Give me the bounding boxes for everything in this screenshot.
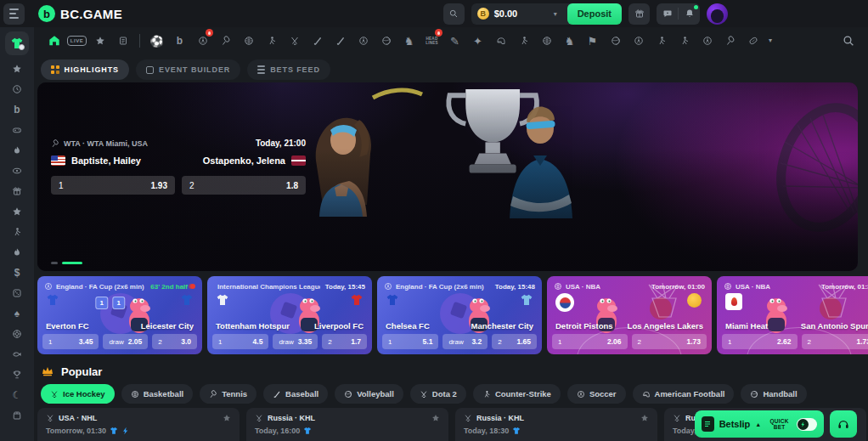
nav-favorites[interactable] bbox=[90, 31, 110, 50]
nav-cricket[interactable] bbox=[353, 31, 373, 50]
nav-basketball-shots[interactable] bbox=[537, 31, 556, 50]
betslip-bar[interactable]: Betslip ▲ QUICK BET bbox=[695, 410, 824, 438]
odd-away[interactable]: 21.65 bbox=[492, 334, 537, 349]
tab-bets-feed[interactable]: BETS FEED bbox=[247, 59, 330, 80]
sidebar-item-night-mode[interactable]: ☾ bbox=[10, 388, 24, 402]
search-button[interactable] bbox=[443, 3, 465, 25]
deposit-button[interactable]: Deposit bbox=[567, 3, 622, 25]
nav-american-football[interactable] bbox=[491, 31, 510, 50]
match-card-pistons-lakers[interactable]: USA · NBA Tomorrow, 01:00 Detroit Piston… bbox=[547, 276, 712, 354]
nav-baseball[interactable] bbox=[330, 31, 350, 50]
nav-search[interactable] bbox=[838, 31, 858, 50]
odd-draw[interactable]: draw3.35 bbox=[273, 334, 318, 349]
odd-away[interactable]: 23.0 bbox=[152, 334, 197, 349]
banner-odd-1[interactable]: 11.93 bbox=[51, 176, 175, 195]
odd-home[interactable]: 13.45 bbox=[42, 334, 99, 349]
favorite-star-icon[interactable] bbox=[640, 414, 649, 422]
chip-basketball[interactable]: Basketball bbox=[121, 384, 194, 404]
chip-american-football[interactable]: American Football bbox=[633, 384, 735, 404]
nav-mma[interactable] bbox=[651, 31, 671, 50]
sidebar-item-fishing[interactable] bbox=[10, 348, 24, 361]
odd-draw[interactable]: draw2.05 bbox=[103, 334, 148, 349]
nav-tennis[interactable] bbox=[216, 31, 235, 50]
sidebar-item-dice[interactable] bbox=[10, 286, 24, 300]
nav-chess[interactable]: ♞ bbox=[560, 31, 579, 50]
nav-live[interactable]: LIVE bbox=[67, 31, 87, 50]
sidebar-item-bonuses[interactable] bbox=[10, 184, 24, 198]
favorite-star-icon[interactable] bbox=[223, 414, 231, 422]
odd-home[interactable]: 14.5 bbox=[212, 334, 268, 349]
sidebar-item-promotions[interactable] bbox=[10, 246, 24, 259]
nav-counter-strike[interactable] bbox=[262, 31, 281, 50]
sidebar-item-players[interactable] bbox=[10, 225, 24, 239]
sidebar-toggle-button[interactable] bbox=[3, 3, 25, 25]
odd-away[interactable]: 21.7 bbox=[322, 334, 367, 349]
nav-headlines[interactable]: HEADLINES bbox=[422, 31, 442, 50]
odd-away[interactable]: 21.73 bbox=[802, 334, 868, 349]
sidebar-item-providers[interactable] bbox=[10, 164, 24, 178]
nav-more[interactable]: ▾ bbox=[766, 31, 775, 50]
odd-home[interactable]: 15.1 bbox=[382, 334, 438, 349]
sidebar-item-slots[interactable] bbox=[10, 123, 24, 137]
gift-button[interactable] bbox=[628, 3, 650, 25]
nav-my-bets[interactable] bbox=[113, 31, 132, 50]
chip-handball[interactable]: Handball bbox=[741, 384, 806, 404]
sidebar-item-new-releases[interactable] bbox=[10, 205, 24, 218]
banner-odd-2[interactable]: 21.8 bbox=[182, 176, 306, 195]
nav-bc-originals[interactable]: b bbox=[170, 31, 189, 50]
wallet[interactable]: B $0.00 ▾ Deposit bbox=[471, 3, 622, 25]
sidebar-item-recent[interactable] bbox=[10, 82, 24, 96]
nav-blitz[interactable] bbox=[697, 31, 717, 50]
sidebar-item-table-games[interactable]: ♠ bbox=[10, 307, 24, 320]
chip-volleyball[interactable]: Volleyball bbox=[335, 384, 403, 404]
nav-rugby[interactable] bbox=[743, 31, 763, 50]
tab-highlights[interactable]: HIGHLIGHTS bbox=[41, 59, 129, 80]
match-card-everton-leicester[interactable]: England · FA Cup (2x6 min) 63' 2nd half … bbox=[37, 276, 202, 354]
sidebar-item-poker[interactable] bbox=[10, 327, 24, 341]
match-card-heat-spurs[interactable]: USA · NBA Tomorrow, 01:30 Miami Heat San… bbox=[717, 276, 868, 354]
hero-banner[interactable]: WTA · WTA Miami, USA Today, 21:00 Baptis… bbox=[37, 82, 858, 271]
sidebar-item-tournaments[interactable] bbox=[10, 368, 24, 382]
nav-field-hockey[interactable] bbox=[307, 31, 327, 50]
event-card-usa-nhl[interactable]: USA · NHL Tomorrow, 01:30 bbox=[37, 408, 240, 441]
chip-ice-hockey[interactable]: Ice Hockey bbox=[41, 384, 115, 404]
nav-home[interactable] bbox=[44, 31, 64, 50]
sidebar-item-boxes[interactable] bbox=[10, 409, 24, 422]
odd-home[interactable]: 12.62 bbox=[722, 334, 798, 349]
sidebar-item-favorites[interactable] bbox=[10, 62, 24, 76]
event-card-khl-2[interactable]: Russia · KHL Today, 18:30 bbox=[455, 408, 657, 441]
pagination-dot-2[interactable] bbox=[62, 262, 82, 264]
notifications-button[interactable] bbox=[679, 3, 700, 25]
chip-tennis[interactable]: Tennis bbox=[200, 384, 256, 404]
support-button[interactable] bbox=[830, 410, 857, 438]
odd-home[interactable]: 12.06 bbox=[552, 334, 628, 349]
nav-basketball[interactable] bbox=[239, 31, 258, 50]
quick-bet-toggle[interactable] bbox=[797, 418, 817, 431]
logo[interactable]: b BC.GAME bbox=[38, 5, 122, 22]
chip-baseball[interactable]: Baseball bbox=[263, 384, 328, 404]
sidebar-item-originals[interactable]: b bbox=[10, 103, 24, 116]
sidebar-item-coins[interactable]: $ bbox=[10, 266, 24, 280]
nav-soccer[interactable]: ⚽ bbox=[147, 31, 166, 50]
nav-esports[interactable]: ✎ bbox=[445, 31, 465, 50]
nav-horse-racing[interactable]: ♞ bbox=[399, 31, 419, 50]
nav-racing[interactable]: ⚑ bbox=[583, 31, 602, 50]
tab-event-builder[interactable]: EVENT BUILDER bbox=[136, 59, 240, 80]
nav-handball[interactable] bbox=[606, 31, 625, 50]
pagination-dot-1[interactable] bbox=[51, 262, 58, 264]
nav-special-bets[interactable]: ✦ bbox=[468, 31, 488, 50]
nav-volleyball[interactable] bbox=[376, 31, 396, 50]
user-avatar[interactable] bbox=[707, 3, 728, 25]
chip-soccer[interactable]: Soccer bbox=[567, 384, 626, 404]
odd-away[interactable]: 21.73 bbox=[632, 334, 707, 349]
odd-draw[interactable]: draw3.2 bbox=[442, 334, 488, 349]
nav-fifa[interactable] bbox=[628, 31, 648, 50]
nav-greyhounds[interactable] bbox=[514, 31, 533, 50]
match-card-chelsea-mancity[interactable]: England · FA Cup (2x6 min) Today, 15:48 … bbox=[377, 276, 542, 354]
sidebar-item-sports[interactable] bbox=[5, 31, 29, 55]
nav-squash[interactable] bbox=[720, 31, 740, 50]
sidebar-item-hot-games[interactable] bbox=[10, 144, 24, 157]
chip-counter-strike[interactable]: Counter-Strike bbox=[473, 384, 561, 404]
chip-dota2[interactable]: Dota 2 bbox=[410, 384, 466, 404]
event-card-khl-1[interactable]: Russia · KHL Today, 16:00 bbox=[246, 408, 448, 441]
